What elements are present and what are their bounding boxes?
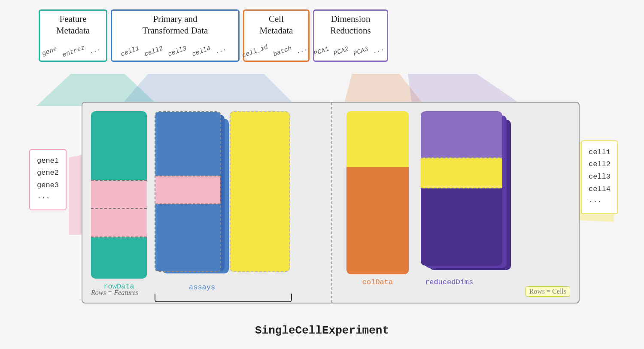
svg-marker-3	[408, 74, 524, 106]
rowdata-seg2	[91, 180, 147, 209]
rows-cells-label: Rows = Cells	[526, 286, 570, 297]
col-pca1: PCA1	[313, 45, 330, 58]
coldata-yellow	[346, 111, 409, 167]
rcell-dots: ···	[589, 196, 611, 208]
col-dots-1: ···	[88, 46, 102, 58]
dim-reductions-box: DimensionReductions PCA1 PCA2 PCA3 ···	[313, 9, 388, 62]
rcell3: cell3	[589, 171, 611, 183]
col-dots-2: ···	[214, 46, 228, 58]
rowdata-seg3	[91, 209, 147, 237]
gene3: gene3	[37, 179, 59, 192]
main-box: rowData assays	[82, 102, 580, 303]
feature-metadata-box: FeatureMetadata gene entrez ···	[39, 9, 107, 62]
rcell1: cell1	[589, 146, 611, 159]
col-pca3: PCA3	[352, 45, 370, 58]
feature-metadata-title: FeatureMetadata	[44, 13, 102, 37]
top-boxes: FeatureMetadata gene entrez ··· Primary …	[39, 9, 388, 62]
assays-area: assays	[155, 111, 309, 279]
col-cell2: cell2	[143, 44, 164, 59]
rcell2: cell2	[589, 158, 611, 171]
dim-reductions-title: DimensionReductions	[319, 13, 383, 37]
assay-pink	[155, 176, 220, 204]
assay-yellow	[230, 111, 290, 272]
primary-data-box: Primary andTransformed Data cell1 cell2 …	[111, 9, 240, 62]
reduced-dims-area: reducedDims	[421, 111, 541, 274]
col-cellid: cell_id	[241, 43, 269, 60]
coldata-orange	[346, 167, 409, 274]
col-cell3: cell3	[167, 44, 188, 59]
svg-marker-0	[36, 74, 159, 106]
vertical-divider	[331, 103, 332, 303]
dim-reductions-headers: PCA1 PCA2 PCA3 ···	[319, 36, 383, 58]
col-dots-4: ···	[372, 46, 386, 58]
assay-top	[155, 112, 220, 176]
rcell4: cell4	[589, 183, 611, 196]
rdims-dark-bot	[421, 188, 502, 266]
col-gene: gene	[41, 45, 59, 58]
rowdata-seg1	[91, 111, 147, 180]
col-cell4: cell4	[191, 44, 212, 59]
assays-label: assays	[189, 283, 215, 291]
rdims-purple-top	[421, 111, 502, 158]
right-columns-area: colData reducedDims	[346, 111, 570, 291]
cell-list: cell1 cell2 cell3 cell4 ···	[581, 140, 618, 214]
sce-label: SingleCellExperiment	[255, 324, 389, 337]
primary-data-title: Primary andTransformed Data	[116, 13, 234, 37]
assay-front	[155, 111, 221, 272]
rdims-yellow-mid	[421, 158, 502, 188]
cell-metadata-headers: cell_id batch ···	[249, 36, 304, 58]
cell-metadata-box: CellMetadata cell_id batch ···	[243, 9, 310, 62]
col-pca2: PCA2	[332, 45, 350, 58]
svg-marker-2	[343, 74, 425, 106]
assay-bot	[155, 204, 220, 271]
feature-metadata-headers: gene entrez ···	[44, 36, 102, 58]
col-batch: batch	[272, 44, 293, 59]
assays-bracket	[155, 294, 292, 302]
cell-metadata-title: CellMetadata	[249, 13, 304, 37]
rdims-front	[421, 111, 502, 266]
gene-list: gene1 gene2 gene3 ···	[29, 149, 67, 211]
col-cell1: cell1	[120, 44, 141, 59]
primary-data-headers: cell1 cell2 cell3 cell4 ···	[116, 36, 234, 58]
rowdata-column: rowData	[91, 111, 147, 279]
diagram-container: FeatureMetadata gene entrez ··· Primary …	[21, 7, 623, 342]
coldata-label: colData	[362, 278, 393, 286]
col-entrez: entrez	[61, 44, 85, 60]
gene-dots: ···	[37, 192, 59, 204]
coldata-column: colData	[346, 111, 409, 274]
reduced-dims-label: reducedDims	[425, 278, 473, 286]
svg-marker-1	[120, 74, 296, 106]
rows-features-label: Rows = Features	[91, 289, 138, 297]
left-columns-area: rowData assays	[91, 111, 323, 291]
rowdata-seg4	[91, 237, 147, 279]
gene1: gene1	[37, 155, 59, 167]
col-dots-3: ···	[295, 46, 309, 58]
gene2: gene2	[37, 167, 59, 179]
